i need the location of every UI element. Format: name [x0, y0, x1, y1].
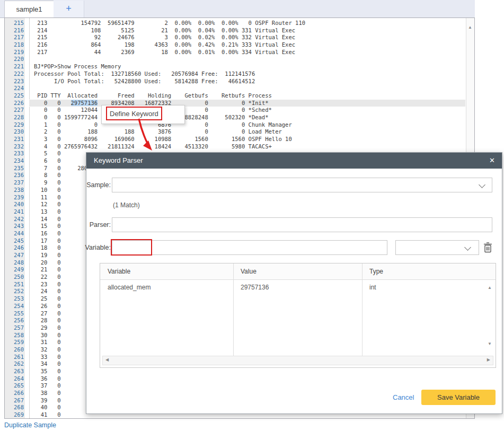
- line-number: 243: [5, 223, 24, 230]
- editor-line: 230 2 0 188 188 3876 0 0 Load Meter: [5, 128, 474, 136]
- line-text: 12 0: [34, 201, 61, 208]
- line-text: 15 0: [34, 223, 61, 230]
- line-number: 269: [5, 411, 24, 419]
- line-text: 216 864 198 4363 0.00% 0.42% 0.21% 333 V…: [34, 41, 295, 49]
- line-number: 232: [5, 143, 24, 151]
- line-text: 27 0: [34, 310, 61, 318]
- line-number: 216: [5, 27, 24, 34]
- line-text: 36 0: [34, 375, 61, 383]
- editor-line: 225 PID TTY Allocated Freed Holding Getb…: [5, 92, 474, 100]
- line-number: 261: [5, 354, 24, 361]
- line-number: 247: [5, 252, 24, 259]
- line-number: 245: [5, 238, 24, 245]
- add-tab-button[interactable]: +: [54, 1, 84, 17]
- editor-line: 228 0 0 1599777244 98828248 502320 *Dead…: [5, 114, 474, 121]
- keyword-parser-dialog: Keyword Parser ✕ Sample: 0 0 29757136 89…: [86, 152, 502, 414]
- line-number: 233: [5, 150, 24, 157]
- line-text: 23 0: [34, 281, 61, 288]
- scroll-up-icon[interactable]: ▲: [488, 286, 492, 290]
- line-text: 30 0: [34, 332, 61, 339]
- line-text: Processor Pool Total: 132718560 Used: 20…: [34, 71, 255, 78]
- line-number: 246: [5, 244, 24, 252]
- line-text: 214 108 5125 21 0.00% 0.04% 0.00% 331 Vi…: [34, 27, 295, 34]
- line-text: 13 0: [34, 208, 61, 216]
- line-number: 260: [5, 346, 24, 354]
- line-text: 20 0: [34, 259, 61, 267]
- cancel-button[interactable]: Cancel: [393, 393, 414, 401]
- line-text: 21 0: [34, 266, 61, 274]
- scroll-up-icon[interactable]: ▲: [468, 25, 472, 30]
- line-text: 25 0: [34, 295, 61, 303]
- line-number: 218: [5, 41, 24, 49]
- line-text: 32 0: [34, 346, 61, 354]
- line-number: 226: [5, 100, 24, 107]
- line-text: 22 0: [34, 274, 61, 281]
- line-text: 34 0: [34, 360, 61, 368]
- line-number: 223: [5, 78, 24, 85]
- line-number: 236: [5, 172, 24, 179]
- variable-name-input[interactable]: allocated_mem: [112, 240, 387, 255]
- line-number: 258: [5, 332, 24, 339]
- tab-sample1[interactable]: sample1: [4, 1, 54, 18]
- sample-label: Sample:: [76, 181, 111, 189]
- line-number: 244: [5, 230, 24, 238]
- line-number: 225: [5, 92, 24, 100]
- line-text: 18 0: [34, 244, 61, 252]
- chevron-down-icon: [479, 181, 485, 188]
- trash-icon[interactable]: [483, 242, 492, 253]
- app-window: sample1 + 215 213 154792 59651479 2 0.00…: [0, 0, 504, 431]
- line-number: 229: [5, 121, 24, 129]
- horizontal-scrollbar[interactable]: ◀ ▶: [102, 356, 493, 365]
- line-text: 16 0: [34, 230, 61, 238]
- line-number: 250: [5, 274, 24, 281]
- table-row[interactable]: allocated_mem 29757136 int: [100, 279, 496, 295]
- annotation-arrow: [131, 117, 159, 155]
- save-variable-button[interactable]: Save Variable: [421, 390, 496, 405]
- line-text: 24 0: [34, 288, 61, 295]
- line-number: 264: [5, 375, 24, 383]
- line-number: 220: [5, 56, 24, 63]
- line-text: 7 0 2805: [34, 165, 91, 172]
- editor-line: 221BJ*POP>Show Process Memory: [5, 63, 474, 71]
- selected-text[interactable]: 29757136: [71, 100, 98, 106]
- line-number: 256: [5, 317, 24, 324]
- line-number: 224: [5, 85, 24, 92]
- line-number: 228: [5, 114, 24, 121]
- editor-line: 232 4 0 2765976432 21811324 18424 451332…: [5, 143, 474, 151]
- line-number: 230: [5, 128, 24, 136]
- line-text: 217 44 2369 18 0.00% 0.01% 0.00% 334 Vir…: [34, 49, 295, 56]
- line-text: 26 0: [34, 303, 61, 310]
- close-icon[interactable]: ✕: [489, 153, 495, 169]
- line-text: I/O Pool Total: 52428800 Used: 5814288 F…: [34, 78, 255, 85]
- line-text: 28 0: [34, 317, 61, 324]
- column-divider: [233, 263, 234, 356]
- duplicate-sample-link[interactable]: Duplicate Sample: [4, 421, 56, 429]
- scroll-left-icon[interactable]: ◀: [105, 358, 109, 362]
- line-text: 11 0: [34, 194, 61, 201]
- scroll-down-icon[interactable]: ▼: [488, 342, 492, 346]
- dialog-header[interactable]: Keyword Parser ✕: [86, 153, 502, 169]
- parser-label: Parser:: [76, 221, 111, 228]
- editor-line: 226 0 0 29757136 8934208 16872332 0 0 *I…: [5, 100, 474, 107]
- line-number: 222: [5, 71, 24, 78]
- header-variable: Variable: [108, 263, 130, 279]
- sample-dropdown[interactable]: 0 0 29757136 8934208 16872332 0 0 *Init*: [112, 178, 492, 192]
- line-number: 262: [5, 360, 24, 368]
- scroll-right-icon[interactable]: ▶: [487, 358, 490, 362]
- variables-table: Variable Value Type allocated_mem 297571…: [100, 263, 496, 368]
- line-number: 221: [5, 63, 24, 71]
- line-number: 257: [5, 324, 24, 332]
- line-number: 259: [5, 339, 24, 346]
- line-text: BJ*POP>Show Process Memory: [34, 63, 121, 71]
- line-number: 237: [5, 179, 24, 187]
- editor-line: 217 215 92 24676 3 0.00% 0.02% 0.00% 332…: [5, 34, 474, 41]
- line-number: 238: [5, 187, 24, 194]
- chevron-down-icon: [464, 244, 471, 251]
- parser-input[interactable]: $int:allocated_mem 8934208: [112, 217, 492, 232]
- line-number: 266: [5, 390, 24, 397]
- line-number: 265: [5, 382, 24, 390]
- editor-line: 220: [5, 56, 474, 63]
- type-select[interactable]: int: [395, 240, 479, 255]
- line-text: 5 0: [34, 150, 61, 157]
- editor-line: 218 216 864 198 4363 0.00% 0.42% 0.21% 3…: [5, 41, 474, 49]
